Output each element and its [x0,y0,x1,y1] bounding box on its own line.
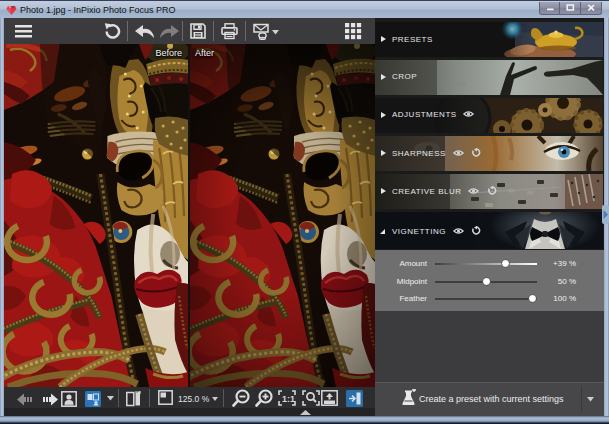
svg-text:Crop 7/5: Crop 7/5 [437,80,466,89]
svg-text:1:1: 1:1 [282,394,295,404]
